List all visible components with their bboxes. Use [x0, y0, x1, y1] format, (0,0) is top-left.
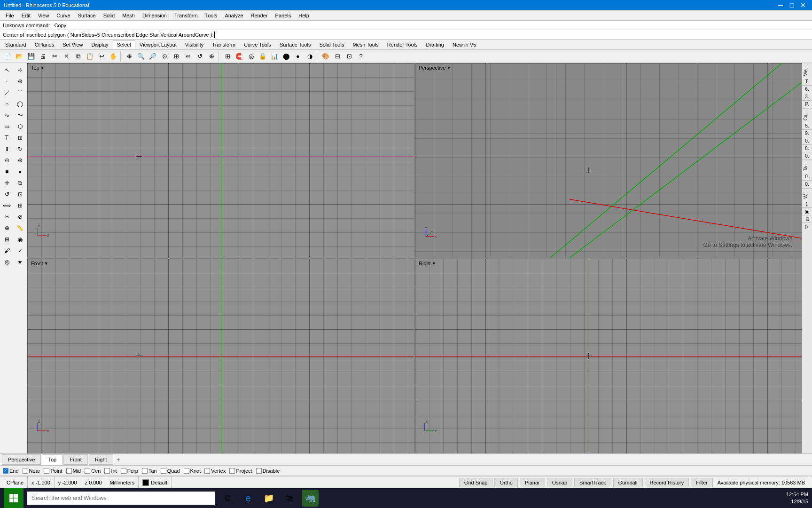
viewport-front[interactable]: Front ▼ Z X [27, 259, 414, 453]
zoom-button[interactable]: 🔍 [135, 51, 147, 62]
minimize-button[interactable]: ─ [775, 0, 786, 10]
snap-knot[interactable]: Knot [184, 468, 201, 474]
rect-tool[interactable]: ▭ [1, 121, 13, 132]
panel-item-paren[interactable]: (. [802, 200, 812, 208]
menu-edit[interactable]: Edit [18, 12, 34, 19]
snap-int[interactable]: Int [104, 468, 117, 474]
grid-tools[interactable]: ⊞ [1, 234, 13, 245]
status-osnap[interactable]: Osnap [547, 478, 572, 487]
maximize-button[interactable]: □ [787, 0, 797, 10]
viewport-top[interactable]: Top ▼ Y X [27, 63, 414, 258]
select-tool-2[interactable]: ⊹ [14, 65, 26, 75]
rhino-taskbar-button[interactable]: 🦏 [302, 490, 319, 507]
snap-tan-checkbox[interactable] [142, 468, 148, 474]
menu-view[interactable]: View [34, 12, 53, 19]
new-button[interactable]: 📄 [2, 51, 13, 62]
panel-item-square1[interactable]: ▣ [802, 208, 812, 215]
snap-button[interactable]: 🧲 [234, 51, 245, 62]
panel-item-5[interactable]: 5. [802, 122, 812, 130]
paste-button[interactable]: 📋 [84, 51, 95, 62]
panel-item-ta[interactable]: Ta... [802, 160, 812, 173]
circle-tool[interactable]: ○ [1, 99, 13, 109]
windows-start-button[interactable] [4, 488, 23, 508]
status-layer[interactable]: Default [139, 476, 172, 488]
rotate-view-button[interactable]: ↺ [194, 51, 205, 62]
view-tab-top[interactable]: Top [42, 454, 62, 465]
menu-solid[interactable]: Solid [100, 12, 118, 19]
layer-manager-button[interactable]: ⊟ [332, 51, 343, 62]
snap-perp-checkbox[interactable] [121, 468, 126, 474]
extrude-tool[interactable]: ⬆ [1, 144, 13, 154]
panel-item-t[interactable]: T. [802, 78, 812, 86]
snap-near-checkbox[interactable] [23, 468, 28, 474]
status-gumball[interactable]: Gumball [613, 478, 643, 487]
menu-analyze[interactable]: Analyze [221, 12, 247, 19]
menu-panels[interactable]: Panels [272, 12, 295, 19]
tab-render-tools[interactable]: Render Tools [383, 40, 422, 49]
array-tool[interactable]: ⊞ [14, 200, 26, 211]
text-tool[interactable]: T [1, 133, 13, 143]
viewport-label-top[interactable]: Top ▼ [31, 65, 45, 71]
panel-item-6[interactable]: 6. [802, 86, 812, 93]
loft-tool[interactable]: ⊙ [1, 155, 13, 166]
zoom-extent-button[interactable]: ⊞ [171, 51, 182, 62]
check-tool[interactable]: ✓ [14, 246, 26, 256]
explorer-button[interactable]: 📁 [260, 490, 277, 507]
snap-disable-checkbox[interactable] [256, 468, 262, 474]
tab-standard[interactable]: Standard [1, 40, 31, 49]
sphere-solid-tool[interactable]: ● [14, 167, 26, 177]
point-tool[interactable]: · [1, 76, 13, 87]
copy-button[interactable]: ⧉ [72, 51, 84, 62]
panel-item-0c[interactable]: 0. [802, 173, 812, 181]
visibility-tools[interactable]: ◉ [14, 234, 26, 245]
move-tool[interactable]: ✛ [1, 178, 13, 188]
snap-end[interactable]: ✓ End [3, 468, 19, 474]
split-tool[interactable]: ⊘ [14, 212, 26, 222]
polygon-tool[interactable]: ⬡ [14, 121, 26, 132]
status-smarttrack[interactable]: SmartTrack [574, 478, 611, 487]
task-view-button[interactable]: ⧉ [219, 490, 236, 507]
pan-button[interactable]: ✋ [108, 51, 119, 62]
menu-file[interactable]: File [2, 12, 18, 19]
panel-item-0d[interactable]: 0. [802, 181, 812, 188]
status-filter[interactable]: Filter [691, 478, 712, 487]
status-record-history[interactable]: Record History [645, 478, 689, 487]
status-units[interactable]: Millimeters [106, 476, 139, 488]
osnap-button[interactable]: ◎ [245, 51, 257, 62]
tab-surface-tools[interactable]: Surface Tools [275, 40, 315, 49]
command-line-2[interactable]: Center of inscribed polygon ( NumSides=5… [0, 30, 812, 40]
select-tool[interactable]: ↖ [1, 65, 13, 75]
sphere-button[interactable]: ● [292, 51, 304, 62]
tab-select[interactable]: Select [113, 40, 136, 49]
snap-vertex[interactable]: Vertex [204, 468, 226, 474]
panel-item-view[interactable]: Vie... [802, 63, 812, 78]
menu-mesh[interactable]: Mesh [118, 12, 139, 19]
obj-props-btn2[interactable]: ⊡ [344, 51, 355, 62]
snap-quad-checkbox[interactable] [161, 468, 166, 474]
snap-mid-checkbox[interactable] [66, 468, 72, 474]
zoom-selected-button[interactable]: ⊙ [159, 51, 170, 62]
tab-setview[interactable]: Set View [58, 40, 87, 49]
menu-curve[interactable]: Curve [53, 12, 74, 19]
view-tab-add[interactable]: + [114, 455, 123, 464]
sweep-tool[interactable]: ⊛ [14, 155, 26, 166]
menu-surface[interactable]: Surface [74, 12, 100, 19]
panel-item-3[interactable]: 3. [802, 93, 812, 101]
snap-perp[interactable]: Perp [121, 468, 138, 474]
curve-tool[interactable]: ∿ [1, 110, 13, 120]
tab-curve-tools[interactable]: Curve Tools [240, 40, 275, 49]
tab-drafting[interactable]: Drafting [422, 40, 448, 49]
help-button[interactable]: ? [355, 51, 367, 62]
snap-near[interactable]: Near [23, 468, 40, 474]
select-all-button[interactable]: ⊕ [124, 51, 135, 62]
snap-project-checkbox[interactable] [229, 468, 235, 474]
render-tool-2[interactable]: ◎ [1, 257, 13, 267]
trim-tool[interactable]: ✂ [1, 212, 13, 222]
snap-knot-checkbox[interactable] [184, 468, 189, 474]
line-tool[interactable]: ／ [1, 87, 13, 98]
menu-render[interactable]: Render [247, 12, 272, 19]
panel-item-ca[interactable]: Ca... [802, 108, 812, 122]
cut-copy-button[interactable]: ✂ [49, 51, 60, 62]
tab-viewport-layout[interactable]: Viewport Layout [135, 40, 181, 49]
panel-item-0a[interactable]: 0. [802, 137, 812, 145]
